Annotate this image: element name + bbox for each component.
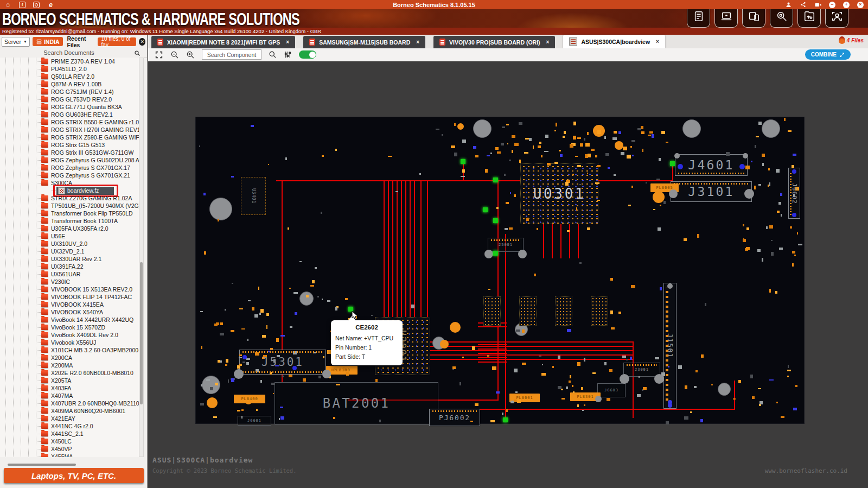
tree-item[interactable]: UX310UV_2.0 bbox=[0, 240, 139, 248]
tree-item-content[interactable]: UX561UAR bbox=[41, 271, 80, 277]
tree-item-content[interactable]: STRIX Z270G GAMING R1.02A bbox=[41, 195, 132, 201]
server-dropdown[interactable]: Server▼ bbox=[2, 37, 30, 47]
tree-item-content[interactable]: X409MA 60NB0Q20-MB6001 bbox=[41, 408, 125, 414]
tree-item[interactable]: X450VP bbox=[0, 445, 139, 453]
panel-close-button[interactable]: ✕ bbox=[139, 38, 145, 46]
tab-close-button[interactable]: × bbox=[656, 39, 659, 45]
tree-item[interactable]: ROG Zephyrus S GX701GX.21 bbox=[0, 172, 139, 179]
tree-item-content[interactable]: X200CA bbox=[41, 354, 72, 361]
tree-item-content[interactable]: X450LC bbox=[41, 438, 72, 445]
filter-settings-icon[interactable] bbox=[284, 50, 292, 59]
scrollbar-thumb[interactable] bbox=[140, 262, 143, 404]
combine-button[interactable]: COMBINE bbox=[805, 49, 851, 60]
tree-item[interactable]: ROG STRIX B550-E GAMING r1.04X bbox=[0, 118, 139, 126]
tree-selected-item[interactable]: boardview.fz bbox=[56, 187, 114, 195]
tree-item-content[interactable]: VivoBook 14 X442URR X442UQ bbox=[41, 316, 133, 323]
zoom-out-button[interactable] bbox=[170, 50, 179, 59]
board-component-j6603[interactable]: J6603 bbox=[597, 383, 626, 397]
tree-item-content[interactable]: VIVOBOOK X415EA bbox=[41, 301, 104, 308]
tab-close-button[interactable]: × bbox=[546, 39, 550, 45]
tree-item-content[interactable]: PRIME Z370-A REV 1.04 bbox=[41, 58, 115, 65]
tree-item-content[interactable]: ROG Strix III G531GW-G711GW bbox=[41, 149, 133, 156]
tree-item-content[interactable]: X421EAY bbox=[41, 415, 75, 422]
zoom-in-button[interactable] bbox=[186, 50, 195, 59]
tree-item-content[interactable]: ROG STRIX B550-E GAMING r1.04X bbox=[41, 119, 139, 125]
pcb-board[interactable]: U0301U2001U3401J4601J3101J6602J1501J5301… bbox=[195, 117, 805, 424]
tree-item[interactable]: TP501UB_(I5-7200U 940MX (V2G)) Rev 2 bbox=[0, 202, 139, 210]
tree-item-file[interactable]: boardview.fz bbox=[0, 187, 139, 194]
tree-item[interactable]: PU451LD_2.0 bbox=[0, 65, 139, 73]
home-icon[interactable]: ⌂ bbox=[4, 1, 11, 8]
tree-item-content[interactable]: ROG GL771J Quanta BK3A bbox=[41, 104, 122, 110]
tree-item[interactable]: PRIME Z370-A REV 1.04 bbox=[0, 58, 139, 65]
tree-item[interactable]: ROG GL753VD REV2.0 bbox=[0, 96, 139, 103]
search-tool-button[interactable] bbox=[770, 9, 793, 28]
board-component-j6602[interactable]: J6602 bbox=[788, 168, 800, 219]
board-canvas[interactable]: U0301U2001U3401J4601J3101J6602J1501J5301… bbox=[148, 61, 868, 488]
tree-item-content[interactable]: X450VP bbox=[41, 446, 72, 452]
tab-samsung-sm-m115-sub-board[interactable]: SAMSUNG|SM-M115|SUB BOARD× bbox=[303, 36, 425, 48]
board-component-j1501[interactable]: J1501 bbox=[663, 283, 676, 409]
tree-item-content[interactable]: X200MA bbox=[41, 362, 73, 369]
tree-item[interactable]: UX391FA.22 bbox=[0, 263, 139, 270]
tree-item[interactable]: ROG GL771J Quanta BK3A bbox=[0, 103, 139, 111]
tab-close-button[interactable]: × bbox=[286, 39, 289, 45]
tree-item[interactable]: VIVOBOOK FLIP 14 TP412FAC bbox=[0, 293, 139, 301]
scan-fit-button[interactable] bbox=[825, 9, 848, 28]
tree-item-content[interactable]: UX32VD_2.1 bbox=[41, 248, 84, 255]
tree-item-content[interactable]: X403FA bbox=[41, 385, 71, 391]
tree-item-content[interactable]: UX310UV_2.0 bbox=[41, 240, 87, 247]
tree-item[interactable]: Transformer Book T100TA bbox=[0, 217, 139, 225]
board-component-pj6002[interactable]: PJ6002 bbox=[429, 409, 480, 426]
tree-item[interactable]: VIVOBOOK X540YA bbox=[0, 308, 139, 316]
board-component-j3101[interactable]: J3101 bbox=[671, 181, 752, 202]
tree-item-content[interactable]: U56E bbox=[41, 233, 65, 239]
tree-item[interactable]: X202E R2.0 60NB00L0-MB8010 bbox=[0, 369, 139, 377]
tree-item-content[interactable]: Vivobook X556UJ bbox=[41, 339, 96, 346]
devices-button[interactable] bbox=[742, 9, 765, 28]
facebook-icon[interactable]: f bbox=[19, 2, 25, 8]
board-component-u1504[interactable] bbox=[591, 296, 608, 326]
tree-item[interactable]: ROG Zephyrus S GX701GX.17 bbox=[0, 164, 139, 172]
tree-item[interactable]: U56E bbox=[0, 232, 139, 240]
tree-item[interactable]: X101CH MB 3.2 60-OA3PMB2000-I11 bbox=[0, 346, 139, 354]
category-button[interactable]: Laptops, TV, PC, ETC. bbox=[4, 468, 144, 483]
document-search-input[interactable] bbox=[1, 48, 137, 58]
tree-item[interactable]: UX330UAR Rev 2.1 bbox=[0, 255, 139, 263]
tab-xiaomi-redmi-note-8-2021-wifi-bt-gps[interactable]: XIAOMI|REDMI NOTE 8 2021|WIFI BT GPS× bbox=[151, 36, 295, 48]
tab-vivo-v30-pro-sub-board-ori-[interactable]: VIVO|V30 PRO|SUB BOARD (ORI)× bbox=[433, 36, 555, 48]
tree-item-content[interactable]: ROG Zephyrus G GU502DU.208 AMD bbox=[41, 157, 139, 163]
board-component-j4601[interactable]: J4601 bbox=[675, 154, 748, 176]
tree-item[interactable]: ROG G751JM (REV 1.4) bbox=[0, 88, 139, 96]
tree-item-content[interactable]: ROG GU603HE REV2.1 bbox=[41, 111, 113, 118]
tree-item-content[interactable]: X202E R2.0 60NB00L0-MB8010 bbox=[41, 370, 133, 376]
tree-item-content[interactable]: X455MA bbox=[41, 453, 73, 457]
minimize-button[interactable]: − bbox=[829, 2, 835, 8]
board-component-j6601[interactable]: J6601 bbox=[238, 416, 271, 426]
tree-item[interactable]: X441NC 4G r2.0 bbox=[0, 422, 139, 430]
laptop-button[interactable] bbox=[714, 9, 738, 28]
tree-item[interactable]: ROG GU603HE REV2.1 bbox=[0, 111, 139, 118]
tree-item[interactable]: ROG Zephyrus G GU502DU.208 AMD bbox=[0, 156, 139, 164]
tree-item-content[interactable]: UX391FA.22 bbox=[41, 263, 84, 270]
tree-item[interactable]: ROG Strix G15 G513 bbox=[0, 141, 139, 149]
tree-item-content[interactable]: Q501LA REV 2.0 bbox=[41, 73, 94, 80]
tree-item[interactable]: X441SC_2.1 bbox=[0, 430, 139, 438]
tree-item-content[interactable]: ROG STRIX Z590-E GAMING WIFI R1.02 bbox=[41, 134, 139, 141]
tree-item[interactable]: U305FA UX305FA r2.0 bbox=[0, 225, 139, 232]
tree-item[interactable]: V230IC bbox=[0, 278, 139, 286]
tree-item-content[interactable]: PU451LD_2.0 bbox=[41, 66, 87, 72]
tree-item-content[interactable]: X205TA bbox=[41, 377, 71, 384]
tree-item[interactable]: X450LC bbox=[0, 438, 139, 445]
tree-item[interactable]: ROG Strix III G531GW-G711GW bbox=[0, 149, 139, 156]
fit-screen-button[interactable] bbox=[155, 50, 163, 59]
tree-item[interactable]: VIVOBOOK 15 X513EA REV2.0 bbox=[0, 286, 139, 293]
tree-item-content[interactable]: X407MA bbox=[41, 392, 73, 399]
tree-item-content[interactable]: VIVOBOOK FLIP 14 TP412FAC bbox=[41, 294, 132, 300]
tree-item[interactable]: STRIX Z270G GAMING R1.02A bbox=[0, 194, 139, 202]
video-icon[interactable] bbox=[814, 1, 821, 8]
user-icon[interactable] bbox=[785, 1, 792, 8]
tab-close-button[interactable]: × bbox=[416, 39, 419, 45]
tree-item-content[interactable]: S300CA bbox=[41, 180, 72, 186]
tree-item[interactable]: UX561UAR bbox=[0, 270, 139, 278]
